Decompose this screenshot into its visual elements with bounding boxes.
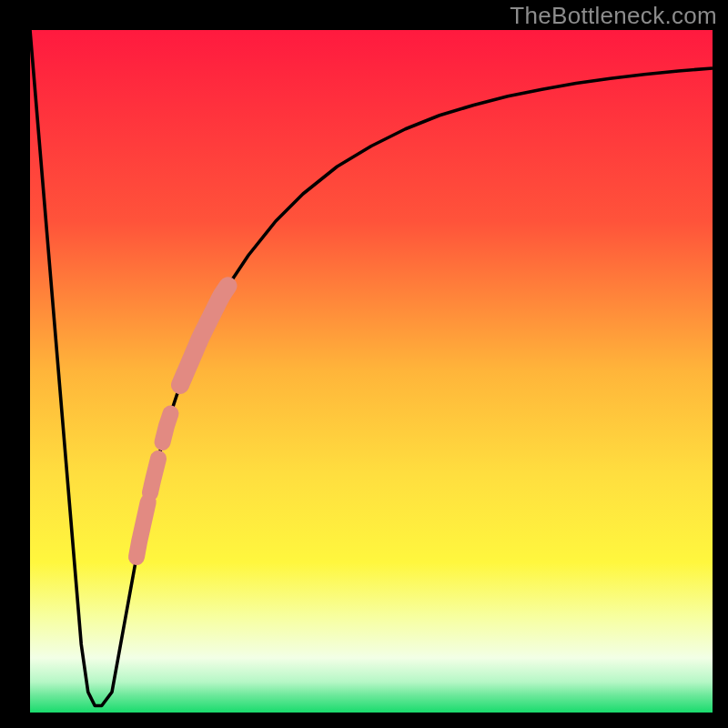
watermark-text: TheBottleneck.com	[510, 2, 717, 30]
chart-frame: TheBottleneck.com	[0, 0, 728, 728]
highlighted-dot-2	[150, 459, 158, 493]
highlighted-dot-1	[163, 414, 171, 443]
bottleneck-chart	[0, 0, 728, 728]
svg-rect-1	[30, 30, 713, 713]
